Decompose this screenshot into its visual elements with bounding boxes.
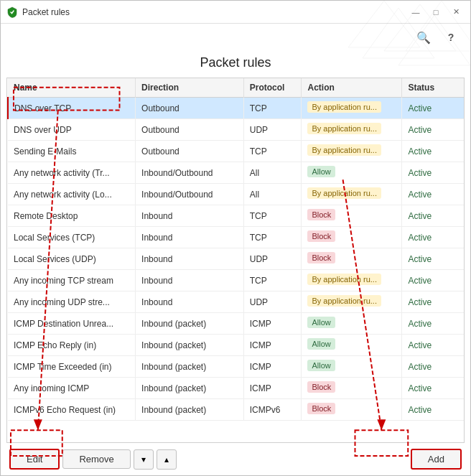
table-row[interactable]: DNS over TCP Outbound TCP By application… bbox=[8, 98, 464, 119]
table-row[interactable]: ICMPv6 Echo Request (in) Inbound (packet… bbox=[8, 399, 464, 421]
move-down-button[interactable]: ▾ bbox=[134, 449, 154, 470]
window-title: Packet rules bbox=[22, 7, 70, 17]
cell-action: Allow bbox=[302, 335, 402, 356]
bottom-right-controls: Add bbox=[411, 449, 462, 470]
cell-status: Active bbox=[402, 119, 464, 141]
cell-protocol: ICMPv6 bbox=[243, 399, 302, 421]
cell-protocol: ICMP bbox=[243, 356, 302, 378]
cell-protocol: UDP bbox=[243, 291, 302, 313]
rules-table-container[interactable]: Name Direction Protocol Action Status DN… bbox=[6, 78, 465, 443]
table-row[interactable]: ICMP Echo Reply (in) Inbound (packet) IC… bbox=[8, 335, 464, 356]
table-row[interactable]: DNS over UDP Outbound UDP By application… bbox=[8, 119, 464, 141]
cell-status: Active bbox=[402, 313, 464, 335]
cell-action: By application ru... bbox=[302, 119, 402, 141]
cell-direction: Inbound (packet) bbox=[136, 356, 244, 378]
cell-action: Allow bbox=[302, 162, 402, 184]
cell-action: Allow bbox=[302, 356, 402, 378]
edit-button[interactable]: Edit bbox=[9, 449, 60, 470]
cell-protocol: TCP bbox=[243, 141, 302, 162]
cell-status: Active bbox=[402, 356, 464, 378]
main-window: Packet rules — □ ✕ 🔍 ? Packet rules Name… bbox=[0, 0, 471, 476]
cell-direction: Outbound bbox=[136, 98, 244, 119]
remove-button[interactable]: Remove bbox=[62, 449, 130, 469]
col-header-direction: Direction bbox=[136, 78, 244, 98]
table-row[interactable]: Local Services (UDP) Inbound UDP Block A… bbox=[8, 248, 464, 270]
cell-direction: Inbound bbox=[136, 270, 244, 291]
cell-protocol: TCP bbox=[243, 98, 302, 119]
cell-protocol: ICMP bbox=[243, 313, 302, 335]
cell-direction: Inbound bbox=[136, 205, 244, 227]
cell-direction: Inbound bbox=[136, 248, 244, 270]
cell-status: Active bbox=[402, 184, 464, 205]
cell-name: Local Services (TCP) bbox=[8, 227, 136, 248]
table-row[interactable]: ICMP Time Exceeded (in) Inbound (packet)… bbox=[8, 356, 464, 378]
cell-name: Sending E-Mails bbox=[8, 141, 136, 162]
cell-status: Active bbox=[402, 141, 464, 162]
cell-action: Block bbox=[302, 248, 402, 270]
cell-direction: Inbound (packet) bbox=[136, 335, 244, 356]
cell-name: DNS over UDP bbox=[8, 119, 136, 141]
table-row[interactable]: Any network activity (Tr... Inbound/Outb… bbox=[8, 162, 464, 184]
cell-protocol: ICMP bbox=[243, 378, 302, 399]
add-button[interactable]: Add bbox=[411, 449, 462, 470]
cell-name: Any incoming UDP stre... bbox=[8, 291, 136, 313]
window-controls: — □ ✕ bbox=[407, 5, 465, 19]
cell-action: By application ru... bbox=[302, 98, 402, 119]
cell-direction: Outbound bbox=[136, 141, 244, 162]
help-button[interactable]: ? bbox=[440, 27, 462, 48]
search-button[interactable]: 🔍 bbox=[413, 27, 434, 48]
cell-name: ICMPv6 Echo Request (in) bbox=[8, 399, 136, 421]
cell-direction: Inbound/Outbound bbox=[136, 184, 244, 205]
cell-direction: Inbound bbox=[136, 291, 244, 313]
cell-action: By application ru... bbox=[302, 270, 402, 291]
cell-status: Active bbox=[402, 291, 464, 313]
cell-status: Active bbox=[402, 270, 464, 291]
cell-direction: Inbound (packet) bbox=[136, 313, 244, 335]
cell-status: Active bbox=[402, 378, 464, 399]
col-header-protocol: Protocol bbox=[243, 78, 302, 98]
title-bar: Packet rules — □ ✕ bbox=[1, 1, 470, 24]
table-body: DNS over TCP Outbound TCP By application… bbox=[8, 98, 464, 421]
table-row[interactable]: ICMP Destination Unrea... Inbound (packe… bbox=[8, 313, 464, 335]
bottom-left-controls: Edit Remove ▾ ▴ bbox=[9, 449, 177, 470]
cell-name: Any incoming ICMP bbox=[8, 378, 136, 399]
cell-direction: Inbound bbox=[136, 227, 244, 248]
cell-action: By application ru... bbox=[302, 184, 402, 205]
table-row[interactable]: Remote Desktop Inbound TCP Block Active bbox=[8, 205, 464, 227]
cell-name: ICMP Time Exceeded (in) bbox=[8, 356, 136, 378]
table-row[interactable]: Any incoming UDP stre... Inbound UDP By … bbox=[8, 291, 464, 313]
cell-status: Active bbox=[402, 248, 464, 270]
table-row[interactable]: Any incoming TCP stream Inbound TCP By a… bbox=[8, 270, 464, 291]
maximize-button[interactable]: □ bbox=[427, 5, 444, 19]
table-row[interactable]: Any network activity (Lo... Inbound/Outb… bbox=[8, 184, 464, 205]
cell-name: Local Services (UDP) bbox=[8, 248, 136, 270]
cell-status: Active bbox=[402, 162, 464, 184]
cell-direction: Inbound (packet) bbox=[136, 378, 244, 399]
cell-name: Remote Desktop bbox=[8, 205, 136, 227]
cell-action: Block bbox=[302, 205, 402, 227]
cell-protocol: TCP bbox=[243, 205, 302, 227]
table-header-row: Name Direction Protocol Action Status bbox=[8, 78, 464, 98]
table-row[interactable]: Any incoming ICMP Inbound (packet) ICMP … bbox=[8, 378, 464, 399]
table-row[interactable]: Local Services (TCP) Inbound TCP Block A… bbox=[8, 227, 464, 248]
bottom-toolbar: Edit Remove ▾ ▴ Add bbox=[1, 443, 470, 475]
cell-action: Block bbox=[302, 378, 402, 399]
cell-protocol: UDP bbox=[243, 248, 302, 270]
page-title: Packet rules bbox=[1, 51, 470, 78]
cell-action: Block bbox=[302, 399, 402, 421]
move-up-button[interactable]: ▴ bbox=[157, 449, 177, 470]
close-button[interactable]: ✕ bbox=[447, 5, 465, 19]
cell-action: By application ru... bbox=[302, 291, 402, 313]
cell-direction: Outbound bbox=[136, 119, 244, 141]
cell-protocol: TCP bbox=[243, 270, 302, 291]
cell-name: Any incoming TCP stream bbox=[8, 270, 136, 291]
cell-action: Block bbox=[302, 227, 402, 248]
cell-action: By application ru... bbox=[302, 141, 402, 162]
cell-protocol: TCP bbox=[243, 227, 302, 248]
table-row[interactable]: Sending E-Mails Outbound TCP By applicat… bbox=[8, 141, 464, 162]
cell-status: Active bbox=[402, 227, 464, 248]
cell-name: ICMP Destination Unrea... bbox=[8, 313, 136, 335]
help-icon: ? bbox=[448, 32, 454, 43]
minimize-button[interactable]: — bbox=[407, 5, 424, 19]
title-bar-left: Packet rules bbox=[6, 6, 70, 18]
